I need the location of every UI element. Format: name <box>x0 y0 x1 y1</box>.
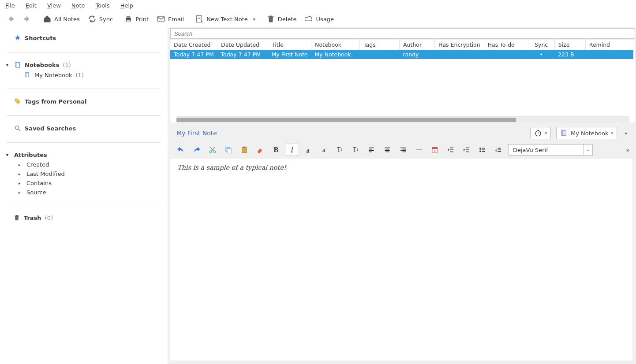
svg-rect-1 <box>127 16 130 18</box>
menu-note[interactable]: Note <box>71 2 85 9</box>
print-button[interactable]: Print <box>121 13 151 25</box>
nav-back-button[interactable] <box>4 13 18 25</box>
horizontal-rule-button[interactable] <box>413 144 425 156</box>
notebook-selector[interactable]: My Notebook ▾ <box>556 127 617 139</box>
sidebar-item-my-notebook[interactable]: My Notebook (1) <box>6 70 159 80</box>
col-has-encryption[interactable]: Has Encryption <box>435 40 484 50</box>
bold-button[interactable]: B <box>270 144 282 156</box>
sidebar-attr-source[interactable]: ▸ Source <box>6 188 159 197</box>
notebook-selector-label: My Notebook <box>571 130 609 137</box>
copy-button[interactable] <box>222 144 235 156</box>
delete-button[interactable]: Delete <box>264 13 299 25</box>
editor-toolbar-overflow[interactable]: » <box>624 147 632 153</box>
sidebar-notebooks[interactable]: ▾ Notebooks (1) <box>6 59 159 70</box>
cell-has-todo <box>484 50 528 59</box>
superscript-button[interactable]: T1 <box>333 144 346 156</box>
new-text-note-button[interactable]: New Text Note ▾ <box>192 13 258 25</box>
col-has-todo[interactable]: Has To-do <box>484 40 528 50</box>
sidebar: Shortcuts ▾ Notebooks (1) My Notebook (1… <box>0 27 168 364</box>
scrollbar-thumb[interactable] <box>176 118 516 122</box>
insert-date-button[interactable]: 8 <box>429 144 441 156</box>
notebook-icon <box>24 71 31 78</box>
subscript-button[interactable]: T1 <box>349 144 362 156</box>
strikethrough-button[interactable]: a <box>318 144 330 156</box>
col-tags[interactable]: Tags <box>360 40 400 50</box>
indent-decrease-button[interactable] <box>445 144 457 156</box>
svg-line-11 <box>19 129 20 131</box>
indent-icon <box>463 146 471 154</box>
svg-point-10 <box>15 126 19 130</box>
note-header-overflow[interactable]: ▾ <box>622 131 630 136</box>
sidebar-attr-created[interactable]: ▸ Created <box>6 160 159 169</box>
col-title[interactable]: Title <box>268 40 311 50</box>
star-icon <box>14 34 21 41</box>
sidebar-trash-count: (0) <box>45 215 53 221</box>
cell-notebook: My Notebook <box>311 50 360 59</box>
menu-help[interactable]: Help <box>120 2 134 9</box>
cloud-icon <box>305 15 314 23</box>
search-box[interactable] <box>170 28 635 39</box>
sidebar-attr-last-modified[interactable]: ▸ Last Modified <box>6 169 159 178</box>
all-notes-button[interactable]: All Notes <box>40 13 82 25</box>
col-sync[interactable]: Sync <box>528 40 554 50</box>
paste-button[interactable] <box>238 144 251 156</box>
menu-view[interactable]: View <box>47 2 61 9</box>
trash-icon <box>13 214 20 221</box>
col-size[interactable]: Size <box>554 40 585 50</box>
align-right-button[interactable] <box>397 144 409 156</box>
numbered-list-button[interactable]: 123 <box>492 144 505 156</box>
copy-icon <box>224 146 232 154</box>
underline-button[interactable]: a <box>302 144 314 156</box>
chevron-down-icon[interactable]: ⌄ <box>584 145 592 155</box>
indent-increase-button[interactable] <box>460 144 473 156</box>
chevron-down-icon[interactable]: ▾ <box>253 17 255 22</box>
align-center-button[interactable] <box>381 144 393 156</box>
menu-file[interactable]: File <box>5 2 15 9</box>
caret-right-icon: ▸ <box>19 181 23 186</box>
sidebar-attr-contains[interactable]: ▸ Contains <box>6 178 159 188</box>
menu-tools[interactable]: Tools <box>96 2 110 9</box>
caret-down-icon: ▾ <box>6 63 11 67</box>
col-date-created[interactable]: Date Created˄ <box>170 40 217 50</box>
cut-button[interactable] <box>206 144 219 156</box>
sidebar-item-label: Source <box>26 189 46 196</box>
sidebar-trash[interactable]: Trash (0) <box>0 211 168 225</box>
font-family-value: DejaVu Serif <box>509 147 584 153</box>
note-editor[interactable]: This is a sample of a typical note! <box>170 159 632 360</box>
divider <box>7 142 161 143</box>
col-author[interactable]: Author <box>400 40 435 50</box>
font-family-select[interactable]: DejaVu Serif ⌄ <box>508 144 593 156</box>
svg-rect-6 <box>16 63 20 67</box>
sidebar-attributes[interactable]: ▾ Attributes <box>6 150 159 160</box>
usage-button[interactable]: Usage <box>302 13 337 25</box>
italic-button[interactable]: I <box>286 144 298 156</box>
svg-rect-20 <box>227 149 231 153</box>
table-row[interactable]: Today 7:47 PM Today 7:47 PM My First Not… <box>170 50 633 59</box>
sidebar-tags-personal[interactable]: Tags from Personal <box>6 96 159 107</box>
nav-forward-button[interactable] <box>20 13 34 25</box>
col-reminder[interactable]: Remind <box>585 40 633 50</box>
undo-button[interactable] <box>175 144 187 156</box>
erase-button[interactable] <box>254 144 266 156</box>
text-cursor <box>287 164 287 171</box>
note-title[interactable]: My First Note <box>176 130 525 137</box>
svg-point-28 <box>479 149 481 151</box>
menu-edit[interactable]: Edit <box>26 2 37 9</box>
redo-button[interactable] <box>191 144 203 156</box>
align-left-button[interactable] <box>365 144 378 156</box>
svg-rect-4 <box>196 16 202 22</box>
sync-button[interactable]: Sync <box>85 13 116 25</box>
svg-text:3: 3 <box>495 150 497 152</box>
bullet-list-button[interactable] <box>476 144 489 156</box>
svg-rect-22 <box>243 147 246 148</box>
sidebar-saved-searches[interactable]: Saved Searches <box>6 123 159 134</box>
col-date-updated[interactable]: Date Updated <box>217 40 268 50</box>
horizontal-scrollbar[interactable] <box>176 116 629 123</box>
col-notebook[interactable]: Notebook <box>311 40 360 50</box>
email-button[interactable]: Email <box>154 13 187 25</box>
note-table: Date Created˄ Date Updated Title Noteboo… <box>170 40 633 59</box>
reminder-button[interactable]: ▾ <box>530 127 551 139</box>
right-panel: Date Created˄ Date Updated Title Noteboo… <box>168 27 636 364</box>
search-input[interactable] <box>174 30 631 37</box>
sidebar-shortcuts[interactable]: Shortcuts <box>6 33 159 43</box>
